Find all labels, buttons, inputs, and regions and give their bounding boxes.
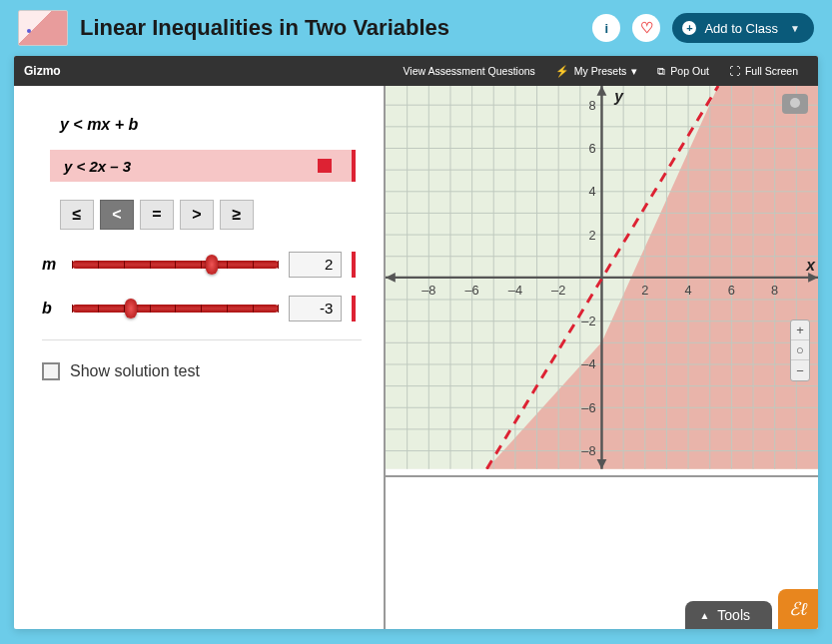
bolt-icon: ⚡ — [555, 65, 569, 78]
full-screen-button[interactable]: ⛶Full Screen — [719, 65, 808, 77]
plus-icon: + — [682, 21, 696, 35]
gizmo-toolbar: Gizmo View Assessment Questions ⚡My Pres… — [14, 56, 818, 86]
m-slider[interactable] — [72, 261, 279, 269]
m-label: m — [42, 256, 62, 274]
svg-text:–2: –2 — [581, 314, 595, 328]
svg-text:y: y — [613, 88, 624, 105]
lesson-thumbnail — [18, 10, 68, 46]
add-to-class-label: Add to Class — [704, 21, 778, 36]
workspace: y < mx + b y < 2x – 3 ≤ < = > ≥ m 2 — [14, 86, 818, 629]
op-gt-button[interactable]: > — [180, 200, 214, 230]
graph-panel: y x –8 –6 –4 –2 2 4 6 8 8 — [384, 86, 818, 629]
svg-text:6: 6 — [728, 283, 735, 298]
series-color-swatch — [318, 159, 332, 173]
my-presets-menu[interactable]: ⚡My Presets▾ — [545, 65, 648, 78]
zoom-reset-button[interactable]: ○ — [791, 340, 809, 360]
svg-text:–6: –6 — [464, 283, 478, 298]
operator-group: ≤ < = > ≥ — [60, 200, 362, 230]
gizmo-stage: Gizmo View Assessment Questions ⚡My Pres… — [14, 56, 818, 629]
control-panel: y < mx + b y < 2x – 3 ≤ < = > ≥ m 2 — [14, 86, 384, 629]
current-inequality-text: y < 2x – 3 — [64, 158, 318, 175]
fullscreen-icon: ⛶ — [729, 65, 740, 77]
tools-label: Tools — [717, 607, 750, 623]
op-lt-button[interactable]: < — [100, 200, 134, 230]
b-slider-knob[interactable] — [125, 299, 137, 319]
m-slider-knob[interactable] — [206, 255, 218, 275]
b-label: b — [42, 300, 62, 318]
b-slider[interactable] — [72, 305, 279, 313]
info-button[interactable]: i — [592, 14, 620, 42]
svg-text:–4: –4 — [508, 283, 522, 298]
chevron-up-icon: ▲ — [699, 610, 709, 621]
zoom-control: + ○ − — [790, 320, 810, 381]
panel-divider — [42, 339, 362, 340]
m-value-indicator — [352, 252, 356, 278]
svg-text:6: 6 — [588, 141, 595, 156]
op-le-button[interactable]: ≤ — [60, 200, 94, 230]
show-solution-label: Show solution test — [70, 362, 200, 380]
svg-text:2: 2 — [641, 283, 648, 298]
popout-icon: ⧉ — [657, 65, 665, 78]
brand-logo: ℰℓ — [778, 589, 818, 629]
chevron-down-icon: ▼ — [790, 23, 800, 34]
general-formula: y < mx + b — [60, 116, 362, 134]
app-header: Linear Inequalities in Two Variables i ♡… — [0, 0, 832, 56]
show-solution-row: Show solution test — [42, 362, 362, 380]
favorite-button[interactable]: ♡ — [632, 14, 660, 42]
m-slider-row: m 2 — [42, 252, 356, 278]
current-inequality: y < 2x – 3 — [50, 150, 356, 182]
svg-text:2: 2 — [588, 228, 595, 243]
graph-svg: y x –8 –6 –4 –2 2 4 6 8 8 — [386, 86, 818, 469]
chevron-down-icon: ▾ — [631, 65, 637, 78]
show-solution-checkbox[interactable] — [42, 362, 60, 380]
gizmo-brand: Gizmo — [24, 64, 394, 78]
svg-text:4: 4 — [685, 283, 692, 298]
b-value-input[interactable]: -3 — [289, 296, 342, 322]
svg-text:x: x — [805, 257, 816, 274]
add-to-class-button[interactable]: + Add to Class ▼ — [672, 13, 814, 43]
inequality-graph[interactable]: y x –8 –6 –4 –2 2 4 6 8 8 — [386, 86, 818, 475]
page-title: Linear Inequalities in Two Variables — [80, 15, 580, 41]
svg-text:–8: –8 — [581, 443, 595, 458]
svg-text:8: 8 — [588, 98, 595, 113]
pop-out-button[interactable]: ⧉Pop Out — [647, 65, 719, 78]
svg-text:4: 4 — [588, 184, 595, 199]
m-value-input[interactable]: 2 — [289, 252, 342, 278]
op-ge-button[interactable]: ≥ — [220, 200, 254, 230]
svg-text:8: 8 — [771, 283, 778, 298]
b-value-indicator — [352, 296, 356, 322]
svg-text:–8: –8 — [421, 283, 435, 298]
op-eq-button[interactable]: = — [140, 200, 174, 230]
camera-icon[interactable] — [782, 94, 808, 114]
b-slider-row: b -3 — [42, 296, 356, 322]
svg-text:–4: –4 — [581, 356, 595, 371]
tools-tab[interactable]: ▲ Tools — [685, 601, 772, 629]
view-assessment-link[interactable]: View Assessment Questions — [394, 65, 545, 77]
svg-text:–6: –6 — [581, 400, 595, 415]
svg-text:–2: –2 — [551, 283, 565, 298]
zoom-out-button[interactable]: − — [791, 360, 809, 380]
zoom-in-button[interactable]: + — [791, 321, 809, 340]
